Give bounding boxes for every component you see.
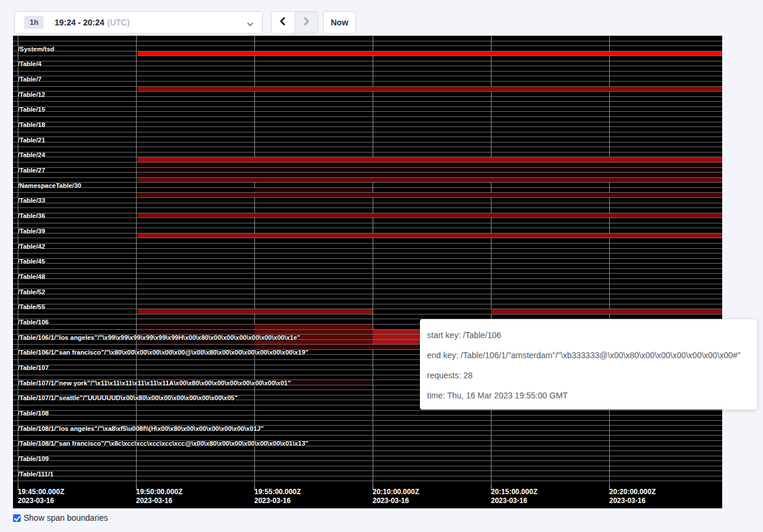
footer-controls: Show span boundaries — [13, 512, 108, 524]
span-boundary-label: /Table/39 — [18, 228, 45, 235]
axis-tick-label: 19:45:00.000Z2023-03-16 — [18, 488, 64, 505]
span-boundary-label: /Table/107/1/"seattle"/"UUUUUUD\x00\x80\… — [18, 395, 238, 401]
span-boundary-label: /Table/106/1/"san francisco"/"\x80\x00\x… — [18, 349, 308, 356]
tooltip-end-key: end key: /Table/106/1/"amsterdam"/"\xb33… — [427, 345, 750, 365]
time-nav-group — [271, 11, 318, 34]
span-boundary-label: /Table/107 — [18, 365, 49, 371]
span-boundary-label: /NamespaceTable/30 — [18, 183, 81, 189]
span-boundary-label: /System/tsd — [18, 46, 54, 53]
span-boundary-label: /Table/7 — [18, 76, 41, 83]
span-tooltip: start key: /Table/106 end key: /Table/10… — [420, 319, 757, 410]
prev-time-button[interactable] — [271, 12, 295, 33]
toolbar: 1h 19:24 - 20:24 (UTC) Now — [0, 0, 763, 35]
span-boundary-label: /Table/52 — [18, 289, 45, 296]
span-boundary-label: /Table/24 — [18, 152, 45, 158]
axis-tick-label: 19:50:00.000Z2023-03-16 — [136, 488, 183, 505]
time-axis: 19:45:00.000Z2023-03-1619:50:00.000Z2023… — [13, 486, 722, 508]
range-text: 19:24 - 20:24 — [54, 18, 104, 27]
span-boundary-label: /Table/4 — [18, 61, 41, 67]
span-boundary-label: /Table/108/1/"los angeles"/"\xa8\xf5\u00… — [18, 426, 264, 432]
time-range-select[interactable]: 1h 19:24 - 20:24 (UTC) — [14, 11, 263, 34]
span-boundary-label: /Table/21 — [18, 137, 45, 144]
range-utc-label: (UTC) — [107, 18, 130, 27]
span-boundary-label: /Table/109 — [18, 456, 49, 462]
span-boundary-label: /Table/18 — [18, 122, 45, 128]
span-boundary-label: /Table/33 — [18, 197, 45, 204]
axis-tick-label: 20:15:00.000Z2023-03-16 — [491, 488, 538, 505]
span-boundary-label: /Table/106/1/"los angeles"/"\x99\x99\x99… — [18, 335, 300, 341]
next-time-button[interactable] — [295, 12, 318, 33]
span-boundary-label: /Table/27 — [18, 167, 45, 174]
axis-tick-label: 20:10:00.000Z2023-03-16 — [373, 488, 419, 505]
tooltip-time: time: Thu, 16 Mar 2023 19:55:00 GMT — [427, 385, 750, 406]
axis-tick-label: 20:20:00.000Z2023-03-16 — [609, 488, 656, 505]
key-visualizer-heatmap[interactable]: /System/tsd/Table/4/Table/7/Table/12/Tab… — [13, 35, 722, 508]
span-boundary-label: /Table/108 — [18, 410, 49, 417]
range-duration-badge: 1h — [24, 16, 44, 29]
heatmap-span-labels: /System/tsd/Table/4/Table/7/Table/12/Tab… — [13, 35, 722, 486]
chevron-left-icon — [279, 17, 287, 28]
chevron-right-icon — [302, 17, 311, 28]
span-boundary-label: /Table/36 — [18, 213, 45, 219]
span-boundary-label: /Table/48 — [18, 274, 45, 280]
tooltip-start-key: start key: /Table/106 — [427, 325, 750, 345]
span-boundary-label: /Table/15 — [18, 106, 45, 113]
now-button-label: Now — [331, 18, 348, 27]
tooltip-requests: requests: 28 — [427, 365, 750, 385]
span-boundary-label: /Table/106 — [18, 319, 49, 326]
chevron-down-icon — [247, 20, 254, 30]
span-boundary-label: /Table/42 — [18, 244, 45, 250]
span-boundary-label: /Table/111/1 — [18, 471, 53, 478]
span-boundary-label: /Table/107/1/"new york"/"\x11\x11\x11\x1… — [18, 380, 291, 387]
span-boundary-label: /Table/55 — [18, 304, 45, 310]
span-boundary-label: /Table/108/1/"san francisco"/"\x8c\xcc\x… — [18, 440, 308, 447]
axis-tick-label: 19:55:00.000Z2023-03-16 — [254, 488, 301, 505]
now-button[interactable]: Now — [323, 11, 356, 34]
span-boundary-label: /Table/45 — [18, 258, 45, 265]
show-span-boundaries-checkbox[interactable] — [13, 514, 21, 522]
show-span-boundaries-label: Show span boundaries — [24, 513, 108, 523]
span-boundary-label: /Table/12 — [18, 92, 45, 98]
